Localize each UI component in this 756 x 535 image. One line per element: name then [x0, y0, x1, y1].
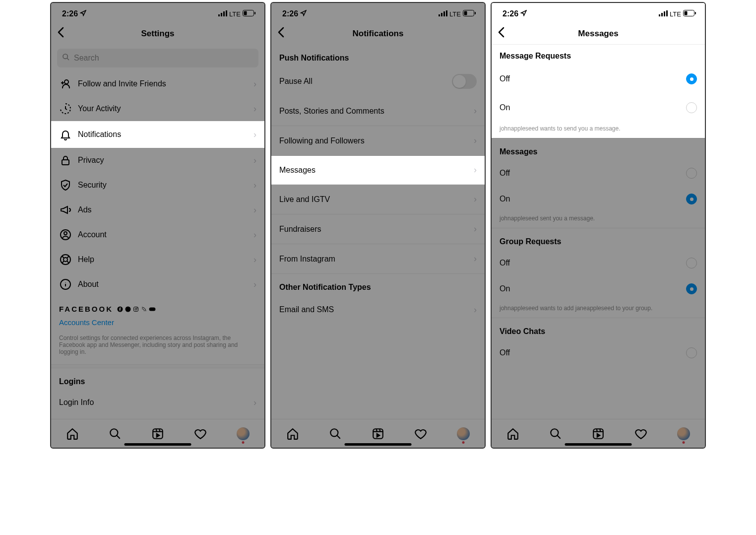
- radio-unselected[interactable]: [686, 102, 697, 113]
- option-off[interactable]: Off: [492, 250, 705, 276]
- option-label: On: [500, 195, 686, 203]
- settings-item-activity[interactable]: Your Activity ›: [51, 96, 264, 121]
- radio-unselected[interactable]: [686, 168, 697, 179]
- network-label: LTE: [670, 10, 681, 18]
- battery-icon: [243, 9, 255, 18]
- settings-item-about[interactable]: About ›: [51, 272, 264, 297]
- svg-line-17: [62, 256, 64, 258]
- home-icon[interactable]: [286, 427, 300, 441]
- status-time: 2:26: [62, 9, 78, 18]
- settings-item-follow-invite[interactable]: Follow and Invite Friends ›: [51, 71, 264, 96]
- settings-item-account[interactable]: Account ›: [51, 222, 264, 247]
- radio-unselected[interactable]: [686, 258, 697, 268]
- settings-item-security[interactable]: Security ›: [51, 173, 264, 198]
- facebook-label: FACEBOOK: [59, 305, 113, 313]
- settings-item-help[interactable]: Help ›: [51, 247, 264, 272]
- home-icon[interactable]: [65, 427, 79, 441]
- section-footer: johnappleseed sent you a message.: [492, 212, 705, 228]
- home-icon[interactable]: [506, 427, 520, 441]
- svg-rect-53: [664, 11, 665, 16]
- pause-all-toggle[interactable]: [452, 74, 477, 89]
- reels-icon[interactable]: [151, 427, 165, 441]
- row-label: About: [78, 280, 253, 289]
- heart-icon[interactable]: [634, 427, 648, 441]
- notif-item-messages[interactable]: Messages ›: [271, 156, 485, 185]
- search-input[interactable]: Search: [57, 49, 258, 67]
- row-label: Messages: [279, 166, 474, 175]
- svg-line-20: [67, 261, 69, 263]
- svg-line-35: [159, 429, 160, 431]
- notif-item-fundraisers[interactable]: Fundraisers ›: [271, 214, 485, 244]
- option-label: On: [500, 284, 686, 293]
- notif-item-from-instagram[interactable]: From Instagram ›: [271, 244, 485, 274]
- row-label: Fundraisers: [279, 225, 474, 234]
- section-header: Video Chats: [492, 318, 705, 340]
- notif-item-following-followers[interactable]: Following and Followers ›: [271, 126, 485, 156]
- notif-item-posts-stories[interactable]: Posts, Stories and Comments ›: [271, 96, 485, 126]
- location-icon: [80, 9, 86, 18]
- profile-avatar[interactable]: [236, 427, 250, 441]
- option-off[interactable]: Off: [492, 160, 705, 186]
- option-on[interactable]: On: [492, 93, 705, 122]
- back-button[interactable]: [498, 27, 504, 41]
- settings-item-notifications[interactable]: Notifications ›: [51, 121, 264, 148]
- accounts-center-link[interactable]: Accounts Center: [51, 316, 264, 332]
- row-label: Follow and Invite Friends: [78, 79, 253, 88]
- svg-point-14: [64, 232, 67, 235]
- radio-selected[interactable]: [686, 283, 697, 294]
- option-on[interactable]: On: [492, 186, 705, 212]
- reels-icon[interactable]: [591, 427, 605, 441]
- svg-rect-56: [685, 11, 688, 15]
- svg-point-9: [64, 80, 68, 84]
- home-indicator[interactable]: [125, 443, 191, 446]
- chevron-right-icon: ›: [253, 130, 256, 140]
- svg-rect-43: [475, 12, 476, 14]
- svg-line-34: [156, 429, 157, 431]
- svg-rect-5: [244, 11, 247, 15]
- home-indicator[interactable]: [565, 443, 632, 446]
- svg-rect-46: [373, 429, 383, 439]
- option-off[interactable]: Off: [492, 340, 705, 366]
- notif-item-email-sms[interactable]: Email and SMS ›: [271, 296, 485, 324]
- search-nav-icon[interactable]: [108, 427, 122, 441]
- facebook-label-row: FACEBOOK: [51, 297, 264, 316]
- svg-line-19: [62, 261, 64, 263]
- option-label: Off: [500, 259, 686, 268]
- svg-rect-3: [226, 10, 227, 16]
- radio-selected[interactable]: [686, 194, 697, 204]
- home-indicator[interactable]: [345, 443, 412, 446]
- settings-item-ads[interactable]: Ads ›: [51, 198, 264, 222]
- svg-rect-52: [661, 13, 663, 16]
- profile-avatar[interactable]: [677, 427, 691, 441]
- chevron-right-icon: ›: [474, 106, 477, 116]
- svg-rect-29: [149, 307, 156, 311]
- profile-avatar[interactable]: [456, 427, 470, 441]
- row-label: Live and IGTV: [279, 195, 474, 204]
- chevron-right-icon: ›: [474, 135, 477, 146]
- svg-rect-1: [221, 13, 222, 16]
- search-nav-icon[interactable]: [549, 427, 563, 441]
- option-off[interactable]: Off: [492, 65, 705, 93]
- page-title: Notifications: [353, 29, 404, 39]
- svg-point-25: [126, 306, 131, 312]
- option-on[interactable]: On: [492, 276, 705, 302]
- pause-all-row[interactable]: Pause All: [271, 67, 485, 96]
- reels-icon[interactable]: [371, 427, 385, 441]
- accounts-center-desc: Control settings for connected experienc…: [51, 332, 264, 361]
- chevron-right-icon: ›: [253, 230, 256, 240]
- settings-item-login-info[interactable]: Login Info ›: [51, 390, 264, 415]
- svg-line-45: [337, 435, 340, 439]
- search-nav-icon[interactable]: [328, 427, 342, 441]
- back-button[interactable]: [57, 27, 64, 41]
- section-header: Messages: [492, 138, 705, 160]
- settings-item-privacy[interactable]: Privacy ›: [51, 148, 264, 173]
- chevron-right-icon: ›: [253, 104, 256, 114]
- chevron-right-icon: ›: [474, 254, 477, 264]
- svg-line-63: [600, 429, 600, 431]
- heart-icon[interactable]: [414, 427, 428, 441]
- back-button[interactable]: [277, 27, 284, 41]
- radio-selected[interactable]: [686, 73, 697, 84]
- radio-unselected[interactable]: [686, 347, 697, 358]
- notif-item-live-igtv[interactable]: Live and IGTV ›: [271, 185, 485, 214]
- heart-icon[interactable]: [193, 427, 207, 441]
